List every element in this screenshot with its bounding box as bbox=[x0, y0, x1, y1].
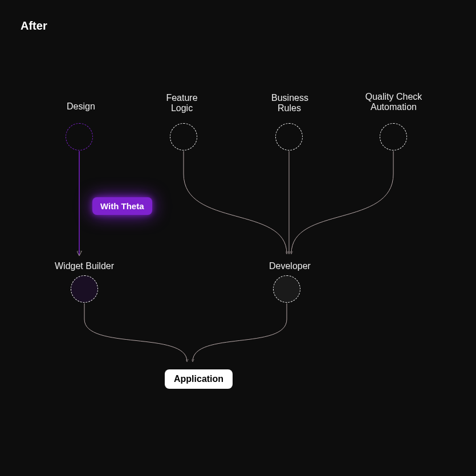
diagram-canvas: After Design Feature Logic Business Rule… bbox=[0, 0, 476, 476]
node-business-rules-label: Business Rules bbox=[271, 93, 307, 114]
node-developer-circle bbox=[273, 275, 300, 303]
edge-widget-to-application bbox=[84, 303, 187, 361]
node-developer-label: Developer bbox=[269, 261, 311, 271]
with-theta-badge: With Theta bbox=[92, 197, 152, 215]
node-quality-check-label: Quality Check Automation bbox=[365, 92, 422, 113]
edges-svg bbox=[0, 0, 476, 476]
node-quality-check-circle bbox=[380, 123, 407, 150]
node-application-pill: Application bbox=[165, 369, 233, 389]
node-feature-logic-label: Feature Logic bbox=[166, 93, 198, 114]
node-widget-builder-circle bbox=[71, 275, 98, 303]
edge-quality-to-developer bbox=[291, 151, 393, 254]
node-design-label: Design bbox=[67, 101, 95, 112]
node-design-circle bbox=[66, 123, 93, 150]
node-feature-logic-circle bbox=[170, 123, 197, 150]
diagram-title: After bbox=[21, 19, 47, 32]
node-business-rules-circle bbox=[275, 123, 303, 150]
edge-feature-to-developer bbox=[184, 151, 287, 254]
edge-developer-to-application bbox=[193, 303, 287, 361]
node-widget-builder-label: Widget Builder bbox=[55, 261, 114, 271]
